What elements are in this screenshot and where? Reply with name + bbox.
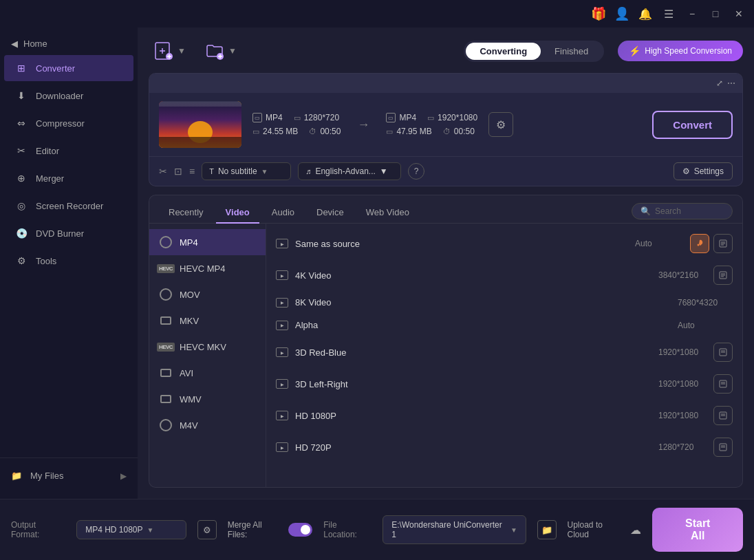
- quality-item-alpha[interactable]: Alpha Auto: [266, 314, 742, 336]
- speed-btn-label: High Speed Conversion: [645, 46, 732, 56]
- tab-audio[interactable]: Audio: [262, 202, 304, 224]
- quality-4k-res: 3840*2160: [658, 270, 713, 280]
- output-format-select[interactable]: MP4 HD 1080P ▼: [76, 520, 186, 539]
- dest-format-row: ▭ MP4 ▭ 1920*1080: [386, 113, 477, 122]
- quality-3drb-edit[interactable]: [713, 343, 733, 362]
- quality-8k-label: 8K Video: [295, 297, 678, 308]
- effects-icon[interactable]: ≡: [189, 166, 195, 177]
- quality-item-3d-left-right[interactable]: 3D Left-Right 1920*1080: [266, 368, 742, 400]
- quality-item-4k[interactable]: 4K Video 3840*2160: [266, 259, 742, 291]
- quality-3drb-icon: [276, 347, 288, 357]
- quality-3drb-res: 1920*1080: [658, 347, 713, 357]
- format-item-hevc-mkv[interactable]: HEVC HEVC MKV: [149, 334, 266, 360]
- settings-gear-button[interactable]: ⚙: [488, 112, 513, 137]
- settings-button[interactable]: ⚙ Settings: [674, 162, 733, 180]
- search-input[interactable]: [655, 206, 724, 216]
- format-item-mp4[interactable]: MP4: [149, 229, 266, 255]
- sidebar-item-merger[interactable]: ⊕ Merger: [4, 165, 133, 191]
- hevc-mp4-format-icon: HEVC: [159, 261, 173, 275]
- tab-converting[interactable]: Converting: [466, 43, 541, 60]
- subtitle-icon: T: [209, 167, 214, 175]
- crop-icon[interactable]: ⊡: [174, 166, 182, 177]
- dest-format-label: MP4: [399, 113, 416, 122]
- browse-folder-button[interactable]: 📁: [537, 520, 557, 539]
- quality-3dlr-edit[interactable]: [713, 374, 733, 394]
- add-file-icon: [154, 41, 173, 61]
- high-speed-conversion-button[interactable]: ⚡ High Speed Conversion: [618, 41, 743, 61]
- sidebar-item-converter[interactable]: ⊞ Converter: [4, 55, 133, 81]
- file-location-arrow-icon: ▼: [510, 526, 517, 534]
- chevron-left-icon: ◀: [11, 39, 18, 49]
- menu-icon[interactable]: ☰: [659, 4, 678, 23]
- my-files-icon: 📁: [11, 471, 22, 481]
- cut-icon[interactable]: ✂: [159, 166, 167, 177]
- expand-icon[interactable]: ⤢: [716, 78, 723, 88]
- add-folder-arrow: ▼: [228, 46, 237, 56]
- mkv-label: MKV: [180, 316, 199, 326]
- minimize-button[interactable]: −: [682, 4, 702, 23]
- upload-cloud-label: Upload to Cloud: [568, 520, 625, 539]
- gift-icon[interactable]: 🎁: [589, 4, 608, 23]
- format-item-avi[interactable]: AVI: [149, 360, 266, 386]
- sidebar-item-tools[interactable]: ⚙ Tools: [4, 248, 133, 274]
- format-item-m4v[interactable]: M4V: [149, 412, 266, 438]
- tab-recently[interactable]: Recently: [159, 202, 213, 224]
- sidebar-item-screen-recorder[interactable]: ◎ Screen Recorder: [4, 193, 133, 219]
- merge-all-files: Merge All Files:: [228, 520, 313, 539]
- quality-1080p-edit[interactable]: [713, 406, 733, 425]
- mp4-format-icon: [159, 235, 173, 249]
- settings-btn-label: Settings: [694, 166, 724, 176]
- mp4-label: MP4: [180, 237, 198, 248]
- quality-item-hd-1080p[interactable]: HD 1080P 1920*1080: [266, 400, 742, 431]
- quality-list: Same as source Auto: [266, 224, 742, 487]
- tab-web-video[interactable]: Web Video: [356, 202, 419, 224]
- bottom-bar: Output Format: MP4 HD 1080P ▼ ⚙ Merge Al…: [0, 499, 754, 560]
- output-settings-icon-btn[interactable]: ⚙: [197, 520, 217, 539]
- quality-720p-edit[interactable]: [713, 438, 733, 457]
- format-item-mov[interactable]: MOV: [149, 281, 266, 308]
- sidebar-item-dvd-burner[interactable]: 💿 DVD Burner: [4, 220, 133, 246]
- dest-resolution: 1920*1080: [438, 113, 477, 122]
- sidebar-collapse-toggle[interactable]: ◀ Home: [0, 33, 138, 54]
- quality-item-hd-720p[interactable]: HD 720P 1280*720: [266, 431, 742, 463]
- sidebar-item-downloader[interactable]: ⬇ Downloader: [4, 83, 133, 109]
- cloud-icon[interactable]: ☁: [630, 524, 641, 537]
- help-button[interactable]: ?: [408, 163, 424, 180]
- sidebar-item-compressor[interactable]: ⇔ Compressor: [4, 110, 133, 136]
- merge-toggle[interactable]: [288, 523, 312, 537]
- search-icon: 🔍: [640, 206, 651, 216]
- add-file-button[interactable]: ▼: [149, 39, 191, 63]
- tab-video[interactable]: Video: [216, 202, 259, 224]
- sidebar-item-editor[interactable]: ✂ Editor: [4, 138, 133, 164]
- quality-same-action[interactable]: [690, 234, 709, 253]
- quality-4k-edit[interactable]: [713, 266, 733, 285]
- user-icon[interactable]: 👤: [612, 4, 632, 23]
- dest-format-badge: ▭ MP4: [386, 113, 416, 122]
- card-menu-icon[interactable]: ⋯: [727, 78, 735, 88]
- merger-icon: ⊕: [15, 172, 28, 184]
- subtitle-select[interactable]: T No subtitle ▼: [202, 162, 291, 180]
- quality-item-3d-red-blue[interactable]: 3D Red-Blue 1920*1080: [266, 336, 742, 368]
- audio-select[interactable]: ♬ English-Advan... ▼: [298, 162, 401, 180]
- bell-icon[interactable]: 🔔: [636, 4, 655, 23]
- quality-item-8k[interactable]: 8K Video 7680*4320: [266, 291, 742, 314]
- quality-same-edit[interactable]: [713, 234, 733, 253]
- sidebar: ◀ Home ⊞ Converter ⬇ Downloader ⇔ Compre…: [0, 28, 138, 499]
- start-all-button[interactable]: Start All: [652, 508, 743, 552]
- dest-size: 47.95 MB: [396, 127, 431, 136]
- tab-finished[interactable]: Finished: [541, 43, 602, 60]
- tab-device[interactable]: Device: [307, 202, 354, 224]
- source-meta-row: ▭ 24.55 MB ⏱ 00:50: [252, 127, 341, 136]
- dest-duration-icon: ⏱: [443, 127, 451, 136]
- sidebar-item-my-files[interactable]: 📁 My Files ▶: [0, 464, 138, 488]
- quality-item-same-as-source[interactable]: Same as source Auto: [266, 228, 742, 259]
- format-item-wmv[interactable]: WMV: [149, 386, 266, 412]
- file-location-label: File Location:: [323, 520, 371, 539]
- maximize-button[interactable]: □: [706, 4, 725, 23]
- add-folder-button[interactable]: ▼: [200, 39, 242, 63]
- convert-button[interactable]: Convert: [652, 111, 733, 139]
- format-item-mkv[interactable]: MKV: [149, 308, 266, 334]
- format-item-hevc-mp4[interactable]: HEVC HEVC MP4: [149, 255, 266, 281]
- close-button[interactable]: ✕: [729, 4, 748, 23]
- file-location-select[interactable]: E:\Wondershare UniConverter 1 ▼: [383, 515, 526, 544]
